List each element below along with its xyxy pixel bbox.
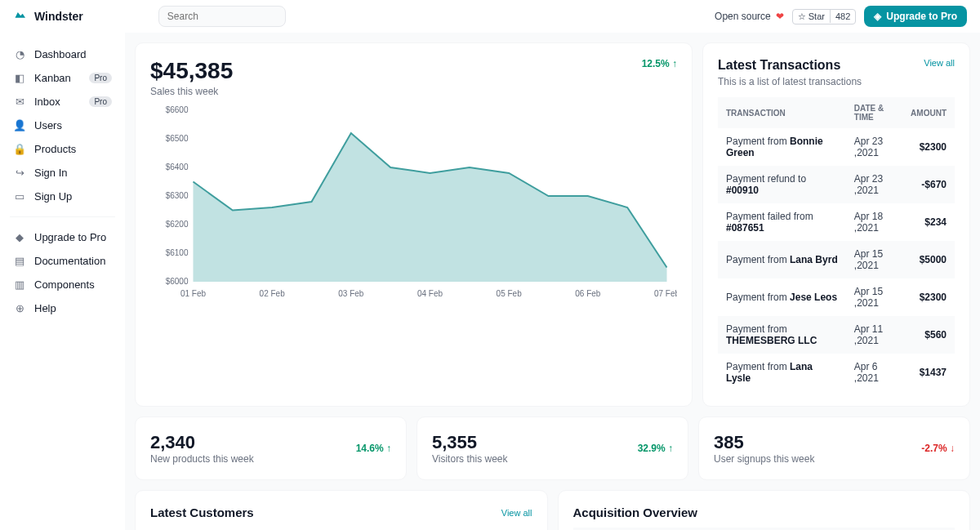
stat-label: Visitors this week bbox=[432, 453, 507, 465]
svg-text:$6100: $6100 bbox=[166, 248, 189, 257]
customers-viewall[interactable]: View all bbox=[501, 508, 532, 518]
sidebar-item-upgrade-to-pro[interactable]: ◆Upgrade to Pro bbox=[7, 225, 118, 249]
heart-icon: ❤ bbox=[776, 11, 784, 22]
stat-card: 2,340New products this week14.6% ↑ bbox=[135, 416, 407, 480]
nav-icon: ◧ bbox=[13, 72, 26, 84]
pro-badge: Pro bbox=[89, 73, 112, 83]
svg-text:$6500: $6500 bbox=[166, 134, 189, 143]
tx-desc: Payment failed from #087651 bbox=[718, 203, 846, 241]
sales-amount: $45,385 bbox=[150, 58, 233, 84]
sales-label: Sales this week bbox=[150, 86, 233, 97]
tx-amount: $234 bbox=[902, 203, 955, 241]
nav-icon: ↪ bbox=[13, 167, 26, 179]
tx-desc: Payment from Bonnie Green bbox=[718, 128, 846, 166]
star-label: Star bbox=[808, 11, 825, 21]
tx-date: Apr 6 ,2021 bbox=[846, 354, 902, 391]
table-row[interactable]: Payment from Lana LysleApr 6 ,2021$1437 bbox=[718, 354, 955, 391]
sidebar-item-components[interactable]: ▥Components bbox=[7, 273, 118, 296]
stat-delta: 32.9% ↑ bbox=[638, 443, 673, 454]
sidebar-item-kanban[interactable]: ◧KanbanPro bbox=[7, 66, 118, 90]
nav-icon: ▤ bbox=[13, 255, 26, 267]
tx-date: Apr 11 ,2021 bbox=[846, 316, 902, 354]
sales-chart-card: $45,385 Sales this week 12.5% ↑ $6000$61… bbox=[135, 42, 693, 407]
sidebar-item-help[interactable]: ⊕Help bbox=[7, 296, 118, 320]
sidebar-item-label: Dashboard bbox=[34, 48, 87, 60]
stat-value: 2,340 bbox=[150, 432, 254, 453]
table-header: DATE & TIME bbox=[846, 97, 902, 128]
svg-text:07 Feb: 07 Feb bbox=[654, 289, 677, 298]
transactions-subtitle: This is a list of latest transactions bbox=[718, 76, 862, 87]
tx-date: Apr 23 ,2021 bbox=[846, 128, 902, 166]
opensource-text: Open source bbox=[715, 11, 771, 22]
sidebar: ◔Dashboard◧KanbanPro✉InboxPro👤Users🔒Prod… bbox=[0, 33, 125, 530]
stat-value: 385 bbox=[714, 432, 814, 453]
star-icon: ☆ bbox=[798, 11, 806, 22]
svg-text:$6300: $6300 bbox=[166, 191, 189, 200]
table-row[interactable]: Payment from Jese LeosApr 15 ,2021$2300 bbox=[718, 278, 955, 316]
tx-amount: $2300 bbox=[902, 128, 955, 166]
svg-text:06 Feb: 06 Feb bbox=[575, 289, 601, 298]
stat-label: User signups this week bbox=[714, 453, 814, 465]
upgrade-button[interactable]: ◈ Upgrade to Pro bbox=[864, 6, 967, 27]
stat-card: 385User signups this week-2.7% ↓ bbox=[698, 416, 970, 480]
sidebar-item-documentation[interactable]: ▤Documentation bbox=[7, 249, 118, 273]
stat-card: 5,355Visitors this week32.9% ↑ bbox=[416, 416, 688, 480]
sidebar-item-label: Documentation bbox=[34, 255, 105, 267]
svg-text:$6200: $6200 bbox=[166, 220, 189, 229]
github-star-button[interactable]: ☆Star 482 bbox=[792, 9, 857, 24]
stat-delta: 14.6% ↑ bbox=[356, 443, 391, 454]
sales-chart: $6000$6100$6200$6300$6400$6500$6600 01 F… bbox=[150, 102, 677, 314]
tx-amount: $560 bbox=[902, 316, 955, 354]
list-item[interactable]: Neil Simsemail@windster.com$320 bbox=[150, 524, 532, 530]
upgrade-label: Upgrade to Pro bbox=[886, 11, 957, 22]
gem-icon: ◈ bbox=[874, 11, 881, 22]
acquisition-title: Acquisition Overview bbox=[573, 506, 956, 519]
tx-desc: Payment refund to #00910 bbox=[718, 166, 846, 203]
logo-icon bbox=[13, 8, 29, 24]
brand[interactable]: Windster bbox=[13, 8, 83, 24]
table-row[interactable]: Payment from Lana ByrdApr 15 ,2021$5000 bbox=[718, 241, 955, 278]
nav-icon: ◔ bbox=[13, 48, 26, 60]
tx-desc: Payment from Jese Leos bbox=[718, 278, 846, 316]
sidebar-item-products[interactable]: 🔒Products bbox=[7, 137, 118, 161]
tx-amount: -$670 bbox=[902, 166, 955, 203]
table-row[interactable]: Payment failed from #087651Apr 18 ,2021$… bbox=[718, 203, 955, 241]
tx-desc: Payment from THEMESBERG LLC bbox=[718, 316, 846, 354]
stat-delta: -2.7% ↓ bbox=[921, 443, 955, 454]
sidebar-item-label: Help bbox=[34, 302, 56, 314]
sidebar-item-inbox[interactable]: ✉InboxPro bbox=[7, 90, 118, 114]
svg-text:01 Feb: 01 Feb bbox=[180, 289, 207, 298]
tx-amount: $1437 bbox=[902, 354, 955, 391]
tx-date: Apr 15 ,2021 bbox=[846, 241, 902, 278]
sidebar-item-label: Products bbox=[34, 143, 76, 155]
sidebar-item-sign-up[interactable]: ▭Sign Up bbox=[7, 185, 118, 208]
table-row[interactable]: Payment refund to #00910Apr 23 ,2021-$67… bbox=[718, 166, 955, 203]
svg-text:04 Feb: 04 Feb bbox=[417, 289, 443, 298]
nav-icon: 👤 bbox=[13, 119, 26, 131]
nav-icon: ✉ bbox=[13, 96, 26, 108]
pro-badge: Pro bbox=[89, 96, 112, 107]
nav-icon: 🔒 bbox=[13, 143, 26, 155]
transactions-viewall[interactable]: View all bbox=[924, 58, 955, 68]
transactions-title: Latest Transactions bbox=[718, 58, 862, 73]
tx-amount: $2300 bbox=[902, 278, 955, 316]
customers-card: Latest Customers View all Neil Simsemail… bbox=[135, 490, 548, 530]
svg-text:02 Feb: 02 Feb bbox=[260, 289, 286, 298]
table-row[interactable]: Payment from THEMESBERG LLCApr 11 ,2021$… bbox=[718, 316, 955, 354]
tx-desc: Payment from Lana Lysle bbox=[718, 354, 846, 391]
sidebar-item-dashboard[interactable]: ◔Dashboard bbox=[7, 42, 118, 66]
tx-date: Apr 15 ,2021 bbox=[846, 278, 902, 316]
search-input[interactable] bbox=[158, 6, 286, 27]
table-row[interactable]: Payment from Bonnie GreenApr 23 ,2021$23… bbox=[718, 128, 955, 166]
svg-text:$6400: $6400 bbox=[166, 163, 189, 171]
sidebar-item-users[interactable]: 👤Users bbox=[7, 114, 118, 137]
opensource-link[interactable]: Open source ❤ bbox=[715, 11, 784, 22]
sidebar-item-sign-in[interactable]: ↪Sign In bbox=[7, 161, 118, 185]
sidebar-item-label: Inbox bbox=[34, 96, 60, 108]
star-count: 482 bbox=[830, 10, 855, 23]
stat-label: New products this week bbox=[150, 453, 254, 465]
nav-icon: ⊕ bbox=[13, 302, 26, 314]
svg-text:$6600: $6600 bbox=[166, 105, 189, 114]
sales-delta: 12.5% ↑ bbox=[642, 58, 677, 69]
sidebar-item-label: Upgrade to Pro bbox=[34, 231, 106, 243]
